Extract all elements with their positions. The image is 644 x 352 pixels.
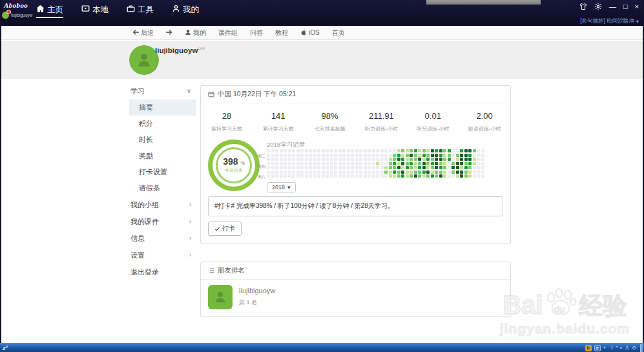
chevron-right-icon: › <box>189 218 191 225</box>
toolbar-item-首页[interactable]: 首页 <box>332 28 345 37</box>
toolbar-item-课件组[interactable]: 课件组 <box>218 28 238 37</box>
heatmap-cell <box>477 149 480 152</box>
heatmap-cell <box>271 154 275 157</box>
tray-icon[interactable]: ▪ <box>620 346 622 351</box>
heatmap-cell <box>368 158 371 161</box>
heatmap-cell <box>313 166 317 169</box>
sidebar-item-信息[interactable]: 信息› <box>129 230 196 247</box>
sidebar-item-时长[interactable]: 时长 <box>129 132 196 148</box>
heatmap-cell <box>397 162 400 165</box>
heatmap-cell <box>364 174 367 178</box>
heatmap-cell <box>414 154 417 157</box>
sidebar-item-奖励[interactable]: 奖励 <box>129 148 196 164</box>
toolbar-item-教程[interactable]: 教程 <box>275 28 288 37</box>
heatmap-cell <box>355 174 358 178</box>
heatmap-cell <box>414 158 417 161</box>
menu-item-local[interactable]: 本地 <box>81 0 109 19</box>
tray-icon[interactable]: ♙ <box>625 346 629 351</box>
heatmap-cell <box>406 149 409 152</box>
heatmap-cell <box>313 149 317 152</box>
sidebar-item-我的小组[interactable]: 我的小组› <box>129 196 196 213</box>
checkin-button[interactable]: 打卡 <box>208 222 242 236</box>
heatmap-cell <box>355 162 358 165</box>
sidebar-item-打卡设置[interactable]: 打卡设置 <box>129 164 196 180</box>
tray-icon[interactable]: ☽ <box>608 346 613 351</box>
heatmap-cell <box>305 149 308 152</box>
heatmap-cell <box>435 158 438 161</box>
heatmap-cell <box>355 154 358 157</box>
toolbar-item-我的[interactable]: 我的 <box>185 28 206 37</box>
sidebar-item-设置[interactable]: 设置› <box>129 247 196 264</box>
window-frame-left <box>0 0 1 343</box>
heatmap-cell <box>393 171 396 174</box>
heatmap-cell <box>460 174 463 178</box>
toolbar-item-label: 首页 <box>332 28 345 37</box>
heatmap-cell <box>326 162 329 165</box>
heatmap-cell <box>389 162 392 165</box>
heatmap-cell <box>275 166 278 169</box>
toolbar-item-问答[interactable]: 问答 <box>250 28 263 37</box>
heatmap-cell <box>317 162 320 165</box>
toolbar-item-后退[interactable]: 后退 <box>132 28 154 37</box>
heatmap-cell <box>393 154 396 157</box>
heatmap-cell <box>330 158 333 161</box>
heatmap-cell <box>410 158 413 161</box>
heatmap-cell <box>422 154 426 157</box>
heatmap-cell <box>359 166 362 169</box>
tray-icon[interactable]: " <box>616 346 618 351</box>
skin-icon[interactable] <box>579 3 587 10</box>
heatmap-cell <box>330 149 333 152</box>
heatmap-cell <box>439 171 442 174</box>
tray-icon[interactable]: ⊙ <box>632 346 636 351</box>
heatmap-cell <box>326 154 329 157</box>
heatmap-cell <box>414 162 417 165</box>
heatmap-cell <box>330 162 333 165</box>
sidebar-item-积分[interactable]: 积分 <box>129 116 196 132</box>
profile-line2: / <box>155 65 157 71</box>
friends-card: 朋友排名 liujibiguoyw第 1 名 <box>200 262 511 317</box>
stat-value: 211.91 <box>355 111 407 121</box>
maximize-button[interactable]: □ <box>623 3 628 10</box>
tray-icon[interactable]: + <box>603 346 607 351</box>
sidebar-item-label: 积分 <box>139 119 153 129</box>
menu-item-tools[interactable]: 工具 <box>127 0 154 19</box>
taskbar-left-icon[interactable]: z² <box>1 345 8 351</box>
tray-icon[interactable]: b <box>585 345 592 351</box>
sidebar: 学习∨摘要积分时长奖励打卡设置请假条我的小组›我的课件›信息›设置›退出登录 <box>129 83 196 280</box>
heatmap-cell <box>342 174 346 178</box>
sidebar-item-学习[interactable]: 学习∨ <box>129 83 196 99</box>
sidebar-item-摘要[interactable]: 摘要 <box>129 99 196 116</box>
heatmap-cell <box>288 158 291 161</box>
checkin-input[interactable]: #打卡# 完成率398% / 听了100分钟 / 读了8分钟 / 第28天学习。 <box>208 196 503 216</box>
sidebar-item-请假条[interactable]: 请假条 <box>129 180 196 196</box>
mini-user[interactable]: liujibiguoyw <box>2 12 32 19</box>
sidebar-item-我的课件[interactable]: 我的课件› <box>129 213 196 230</box>
heatmap-cell <box>305 174 308 178</box>
tray-icon[interactable]: e <box>594 345 601 351</box>
menu-item-person[interactable]: 我的 <box>172 0 199 19</box>
heatmap-cell <box>313 174 317 178</box>
menu-item-home[interactable]: 主页 <box>36 0 63 19</box>
toolbar-item-iOS[interactable]: iOS <box>300 29 320 37</box>
heatmap-cell <box>322 171 325 174</box>
heatmap-cell <box>481 154 484 157</box>
heatmap-cell <box>313 158 317 161</box>
sidebar-item-退出登录[interactable]: 退出登录 <box>129 264 196 280</box>
heatmap-cell <box>284 174 287 178</box>
friend-name[interactable]: liujibiguoyw <box>239 287 275 295</box>
year-dropdown[interactable]: 2018 ▾ <box>267 182 296 192</box>
close-button[interactable]: × <box>635 3 639 10</box>
toolbar-forward-button[interactable] <box>166 29 172 37</box>
heatmap-cell <box>443 166 446 169</box>
minimize-button[interactable]: — <box>609 3 616 10</box>
quote-dropdown[interactable]: [名句摘抄] 松间沙路净 ▾ <box>580 17 639 25</box>
heatmap-cell <box>460 158 463 161</box>
show-desktop-button[interactable] <box>640 344 643 352</box>
heatmap-cell <box>397 174 400 178</box>
heatmap-cell <box>359 149 362 152</box>
heatmap-cell <box>460 171 463 174</box>
heatmap-cell <box>355 171 358 174</box>
heatmap-row-label <box>255 180 265 185</box>
gear-icon[interactable] <box>594 3 602 10</box>
date-header-text: 中国 10月22日 下午 05:21 <box>218 90 296 99</box>
